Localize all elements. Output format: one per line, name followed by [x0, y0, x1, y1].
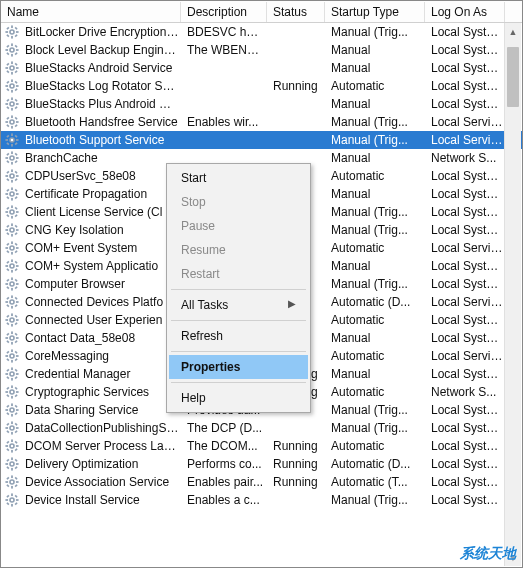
service-gear-icon: [5, 97, 19, 111]
service-startup-type-cell: Manual: [327, 59, 427, 77]
service-logon-cell: Local Syste...: [427, 329, 507, 347]
svg-rect-173: [5, 337, 8, 339]
service-startup-type-cell: Manual (Trig...: [327, 491, 427, 509]
table-row[interactable]: BitLocker Drive Encryption ...BDESVC hos…: [1, 23, 522, 41]
menu-item-resume[interactable]: Resume: [169, 238, 308, 262]
svg-point-209: [11, 391, 13, 393]
table-row[interactable]: Device Install ServiceEnables a c...Manu…: [1, 491, 522, 509]
table-row[interactable]: Bluetooth Support ServiceManual (Trig...…: [1, 131, 522, 149]
scroll-down-arrow-icon[interactable]: ▼: [505, 549, 521, 566]
col-header-log-on-as[interactable]: Log On As: [425, 2, 505, 22]
table-row[interactable]: Bluetooth Handsfree ServiceEnables wir..…: [1, 113, 522, 131]
svg-point-169: [11, 319, 13, 321]
table-row[interactable]: DCOM Server Process Laun...The DCOM...Ru…: [1, 437, 522, 455]
service-name-cell: CDPUserSvc_58e08: [21, 167, 183, 185]
service-name-cell: Device Install Service: [21, 491, 183, 509]
service-startup-type-cell: Manual (Trig...: [327, 23, 427, 41]
menu-item-stop[interactable]: Stop: [169, 190, 308, 214]
svg-point-239: [11, 445, 13, 447]
svg-point-259: [11, 481, 13, 483]
svg-rect-8: [15, 34, 18, 37]
scroll-thumb[interactable]: [507, 47, 519, 107]
table-row[interactable]: DataCollectionPublishingSe...The DCP (D.…: [1, 419, 522, 437]
svg-point-79: [11, 157, 13, 159]
svg-rect-237: [6, 448, 9, 451]
table-row[interactable]: BlueStacks Plus Android Ser...ManualLoca…: [1, 95, 522, 113]
service-logon-cell: Local Syste...: [427, 77, 507, 95]
col-header-status[interactable]: Status: [267, 2, 325, 22]
svg-rect-32: [11, 90, 13, 93]
menu-item-help[interactable]: Help: [169, 386, 308, 410]
menu-item-pause[interactable]: Pause: [169, 214, 308, 238]
svg-rect-165: [6, 315, 9, 318]
svg-rect-34: [16, 85, 19, 87]
service-logon-cell: Network S...: [427, 149, 507, 167]
menu-item-restart[interactable]: Restart: [169, 262, 308, 286]
col-header-startup-type[interactable]: Startup Type: [325, 2, 425, 22]
service-logon-cell: Local Syste...: [427, 419, 507, 437]
service-startup-type-cell: Automatic (D...: [327, 455, 427, 473]
service-startup-type-cell: Manual: [327, 185, 427, 203]
table-row[interactable]: Device Association ServiceEnables pair..…: [1, 473, 522, 491]
service-name-cell: Bluetooth Handsfree Service: [21, 113, 183, 131]
table-row[interactable]: Block Level Backup Engine ...The WBENG..…: [1, 41, 522, 59]
svg-rect-67: [6, 142, 9, 145]
service-gear-icon: [5, 367, 19, 381]
svg-rect-92: [11, 198, 13, 201]
svg-rect-182: [11, 360, 13, 363]
service-logon-cell: Local Syste...: [427, 185, 507, 203]
col-header-description[interactable]: Description: [181, 2, 267, 22]
col-header-name[interactable]: Name: [1, 2, 181, 22]
menu-item-properties[interactable]: Properties: [169, 355, 308, 379]
service-startup-type-cell: Automatic: [327, 437, 427, 455]
svg-rect-185: [6, 351, 9, 354]
service-description-cell: The DCP (D...: [183, 419, 269, 437]
svg-rect-14: [16, 49, 19, 51]
menu-separator: [171, 382, 306, 383]
svg-rect-214: [16, 409, 19, 411]
scroll-up-arrow-icon[interactable]: ▲: [505, 23, 521, 40]
service-logon-cell: Network S...: [427, 383, 507, 401]
service-startup-type-cell: Automatic: [327, 167, 427, 185]
svg-rect-45: [6, 99, 9, 102]
table-row[interactable]: Delivery OptimizationPerforms co...Runni…: [1, 455, 522, 473]
svg-rect-206: [15, 387, 18, 390]
svg-rect-244: [16, 463, 19, 465]
service-gear-icon: [5, 25, 19, 39]
menu-item-refresh[interactable]: Refresh: [169, 324, 308, 348]
service-startup-type-cell: Manual (Trig...: [327, 275, 427, 293]
svg-point-219: [11, 409, 13, 411]
table-row[interactable]: BlueStacks Log Rotator Serv...RunningAut…: [1, 77, 522, 95]
svg-rect-253: [5, 481, 8, 483]
svg-rect-124: [16, 247, 19, 249]
menu-item-start[interactable]: Start: [169, 166, 308, 190]
svg-point-69: [11, 139, 13, 141]
vertical-scrollbar[interactable]: ▲ ▼: [504, 23, 521, 566]
svg-point-179: [11, 337, 13, 339]
service-gear-icon: [5, 403, 19, 417]
svg-rect-56: [15, 117, 18, 120]
svg-rect-152: [11, 306, 13, 309]
svg-rect-131: [11, 259, 13, 262]
service-startup-type-cell: Automatic: [327, 347, 427, 365]
svg-rect-181: [11, 349, 13, 352]
svg-rect-234: [16, 445, 19, 447]
service-startup-type-cell: Automatic: [327, 383, 427, 401]
svg-rect-6: [15, 27, 18, 30]
service-description-cell: Enables wir...: [183, 113, 269, 131]
service-gear-icon: [5, 115, 19, 129]
svg-rect-142: [11, 288, 13, 291]
svg-rect-88: [15, 178, 18, 181]
service-gear-icon: [5, 205, 19, 219]
svg-rect-7: [6, 34, 9, 37]
svg-rect-86: [15, 171, 18, 174]
svg-rect-212: [11, 414, 13, 417]
svg-rect-135: [6, 261, 9, 264]
menu-item-all-tasks[interactable]: All Tasks ▶: [169, 293, 308, 317]
service-logon-cell: Local Syste...: [427, 455, 507, 473]
svg-rect-51: [11, 115, 13, 118]
table-row[interactable]: BlueStacks Android ServiceManualLocal Sy…: [1, 59, 522, 77]
svg-rect-223: [5, 427, 8, 429]
svg-rect-193: [5, 373, 8, 375]
svg-rect-208: [15, 394, 18, 397]
